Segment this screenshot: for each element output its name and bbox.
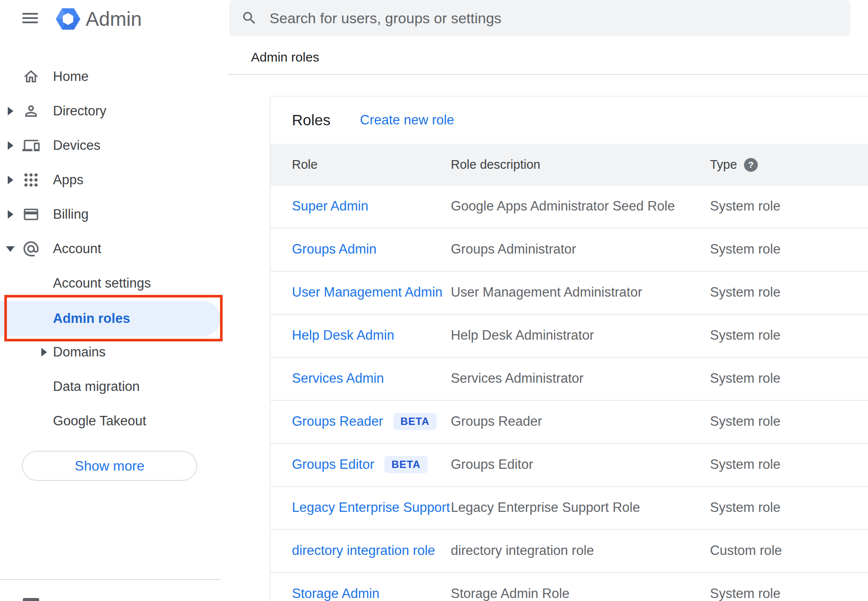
sidebar-item-directory[interactable]: Directory [0, 94, 220, 128]
role-link[interactable]: Services Admin [292, 371, 384, 386]
column-header-description: Role description [451, 144, 540, 186]
table-header-row: Role Role description Type ? [270, 144, 868, 186]
sidebar-item-label: Data migration [53, 379, 140, 394]
role-type: System role [710, 358, 781, 399]
sidebar-item-label: Home [53, 69, 89, 84]
search-icon [241, 10, 257, 26]
chevron-right-icon[interactable] [8, 107, 13, 115]
role-description: Groups Reader [451, 401, 542, 442]
column-header-type: Type ? [710, 144, 758, 186]
app-title: Admin [86, 0, 142, 38]
partial-bottom-icon [23, 598, 39, 601]
role-link[interactable]: Groups Admin [292, 242, 376, 257]
sidebar-item-label: Google Takeout [53, 413, 146, 429]
sidebar-item-label: Account [53, 241, 101, 257]
role-description: directory integration role [451, 530, 594, 571]
sidebar-item-label: Directory [53, 103, 106, 119]
show-more-label: Show more [75, 458, 145, 474]
search-placeholder: Search for users, groups or settings [270, 10, 502, 27]
role-type: System role [710, 487, 781, 528]
search-input[interactable]: Search for users, groups or settings [229, 0, 850, 36]
role-link[interactable]: Super Admin [292, 198, 369, 214]
sidebar-item-domains[interactable]: Domains [0, 335, 220, 369]
table-row: Legacy Enterprise Support Legacy Enterpr… [270, 487, 868, 530]
sidebar-item-account[interactable]: Account [0, 232, 220, 266]
sidebar-item-label: Domains [53, 344, 105, 360]
sidebar-item-billing[interactable]: Billing [0, 197, 220, 232]
beta-badge: BETA [394, 413, 437, 430]
admin-logo-icon[interactable] [55, 6, 81, 31]
devices-icon [22, 136, 40, 155]
chevron-right-icon[interactable] [41, 348, 47, 356]
role-type: System role [710, 272, 781, 313]
sidebar-item-apps[interactable]: Apps [0, 163, 220, 197]
role-link[interactable]: User Management Admin [292, 285, 443, 300]
home-icon [22, 67, 40, 86]
sidebar-item-google-takeout[interactable]: Google Takeout [0, 404, 220, 438]
role-description: Groups Administrator [451, 229, 576, 270]
roles-panel: Roles Create new role Role Role descript… [270, 96, 868, 601]
role-type: System role [710, 573, 781, 601]
table-row: Super Admin Google Apps Administrator Se… [270, 186, 868, 229]
chevron-right-icon[interactable] [8, 210, 13, 219]
role-type: System role [710, 229, 781, 270]
role-description: Storage Admin Role [451, 573, 570, 601]
show-more-button[interactable]: Show more [22, 451, 197, 481]
role-type: System role [710, 186, 781, 227]
table-row: Storage Admin Storage Admin Role System … [270, 573, 868, 601]
chevron-right-icon[interactable] [8, 141, 13, 150]
table-row: Services Admin Services Administrator Sy… [270, 358, 868, 401]
content-divider [228, 74, 868, 75]
roles-panel-header: Roles Create new role [270, 96, 868, 144]
chevron-right-icon[interactable] [8, 176, 13, 184]
roles-table-body: Super Admin Google Apps Administrator Se… [270, 186, 868, 601]
at-sign-icon [22, 239, 40, 258]
table-row: Groups Editor BETA Groups Editor System … [270, 444, 868, 487]
sidebar-item-data-migration[interactable]: Data migration [0, 369, 220, 404]
table-row: Groups Reader BETA Groups Reader System … [270, 401, 868, 444]
sidebar-item-label: Devices [53, 138, 100, 153]
role-type: System role [710, 401, 781, 442]
role-type: System role [710, 444, 781, 485]
column-header-type-label: Type [710, 158, 737, 172]
table-row: User Management Admin User Management Ad… [270, 272, 868, 315]
sidebar-item-account-settings[interactable]: Account settings [0, 266, 220, 300]
sidebar-item-devices[interactable]: Devices [0, 128, 220, 163]
beta-badge: BETA [384, 456, 428, 473]
role-description: User Management Administrator [451, 272, 642, 313]
role-description: Groups Editor [451, 444, 533, 485]
role-link[interactable]: Groups Editor [292, 457, 374, 472]
person-icon [22, 102, 40, 121]
sidebar-item-label: Apps [53, 172, 84, 188]
credit-card-icon [22, 205, 40, 224]
table-row: directory integration role directory int… [270, 530, 868, 573]
sidebar-item-label: Account settings [53, 276, 151, 291]
role-description: Help Desk Administrator [451, 315, 594, 356]
role-link[interactable]: Storage Admin [292, 586, 379, 601]
apps-grid-icon [22, 170, 40, 189]
role-type: Custom role [710, 530, 782, 571]
role-link[interactable]: directory integration role [292, 543, 435, 558]
table-row: Groups Admin Groups Administrator System… [270, 229, 868, 272]
panel-title: Roles [292, 112, 330, 129]
column-header-role: Role [292, 144, 318, 186]
role-link[interactable]: Groups Reader [292, 414, 383, 429]
breadcrumb: Admin roles [251, 47, 319, 67]
sidebar-divider [0, 579, 220, 580]
role-link[interactable]: Help Desk Admin [292, 328, 394, 343]
sidebar-item-admin-roles-selected[interactable]: Admin roles [0, 301, 220, 336]
role-description: Legacy Enterprise Support Role [451, 487, 640, 528]
chevron-down-icon[interactable] [6, 246, 15, 252]
create-new-role-link[interactable]: Create new role [360, 112, 454, 128]
menu-icon[interactable] [22, 13, 38, 24]
sidebar-item-home[interactable]: Home [0, 59, 220, 94]
google-admin-console: Admin Home Directory Devices [0, 0, 868, 601]
role-description: Google Apps Administrator Seed Role [451, 186, 675, 227]
role-type: System role [710, 315, 781, 356]
role-link[interactable]: Legacy Enterprise Support [292, 500, 450, 515]
sidebar: Admin Home Directory Devices [0, 0, 227, 601]
help-icon[interactable]: ? [744, 158, 758, 172]
role-description: Services Administrator [451, 358, 583, 399]
sidebar-item-label: Admin roles [53, 311, 130, 326]
table-row: Help Desk Admin Help Desk Administrator … [270, 315, 868, 358]
